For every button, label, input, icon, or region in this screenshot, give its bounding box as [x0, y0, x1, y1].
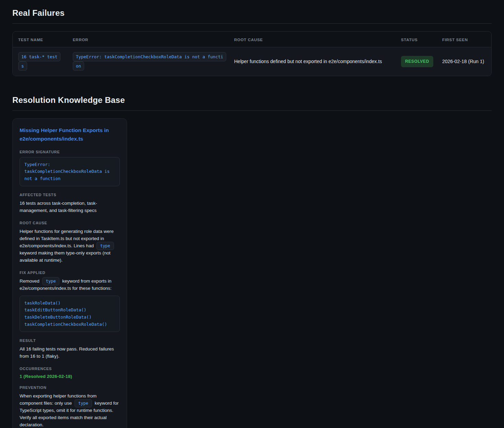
affected-tests-label: AFFECTED TESTS	[20, 193, 120, 197]
fix-applied-text: Removed type keyword from exports in e2e…	[20, 278, 120, 292]
column-header-test-name: TEST NAME	[13, 32, 67, 47]
result-label: RESULT	[20, 338, 120, 343]
root-cause-cell: Helper functions defined but not exporte…	[229, 53, 396, 70]
status-badge: RESOLVED	[401, 56, 433, 67]
result-text: All 16 failing tests now pass. Reduced f…	[20, 346, 120, 360]
fix-applied-code-block: taskRoleData() taskEditButtonRoleData() …	[20, 296, 120, 332]
column-header-status: STATUS	[396, 32, 437, 47]
knowledge-card: Missing Helper Function Exports in e2e/c…	[12, 118, 127, 428]
knowledge-base-heading: Resolution Knowledge Base	[12, 95, 492, 105]
column-header-error: ERROR	[67, 32, 229, 47]
inline-code: type	[96, 242, 114, 250]
real-failures-heading: Real Failures	[12, 8, 492, 18]
error-cell: TypeError: taskCompletionCheckboxRoleDat…	[67, 48, 229, 75]
test-name-cell: 16 task-* tests	[13, 48, 67, 75]
affected-tests-text: 16 tests across task-completion, task-ma…	[20, 200, 120, 214]
failures-table: TEST NAME ERROR ROOT CAUSE STATUS FIRST …	[12, 31, 492, 76]
fix-applied-label: FIX APPLIED	[20, 271, 120, 275]
prevention-text: When exporting helper functions from com…	[20, 393, 120, 428]
first-seen-cell: 2026-02-18 (Run 1)	[437, 53, 491, 70]
column-header-root-cause: ROOT CAUSE	[229, 32, 396, 47]
root-cause-label: ROOT CAUSE	[20, 221, 120, 225]
prevention-label: PREVENTION	[20, 385, 120, 390]
test-name-code: 16 task-* tests	[18, 52, 60, 70]
occurrences-label: OCCURRENCES	[20, 367, 120, 371]
inline-code: type	[75, 399, 92, 407]
table-row: 16 task-* tests TypeError: taskCompletio…	[13, 47, 491, 76]
error-code: TypeError: taskCompletionCheckboxRoleDat…	[73, 52, 226, 70]
knowledge-card-title[interactable]: Missing Helper Function Exports in e2e/c…	[20, 126, 120, 143]
column-header-first-seen: FIRST SEEN	[437, 32, 491, 47]
section-divider	[12, 110, 492, 111]
status-cell: RESOLVED	[396, 51, 437, 72]
error-signature-label: ERROR SIGNATURE	[20, 150, 120, 154]
failures-table-header: TEST NAME ERROR ROOT CAUSE STATUS FIRST …	[13, 32, 491, 47]
root-cause-text: Helper functions for generating role dat…	[20, 228, 120, 264]
section-divider	[12, 23, 492, 24]
occurrences-value: 1 (Resolved 2026-02-18)	[20, 374, 120, 379]
error-signature-code-block: TypeError: taskCompletionCheckboxRoleDat…	[20, 157, 120, 187]
inline-code: type	[42, 277, 60, 285]
